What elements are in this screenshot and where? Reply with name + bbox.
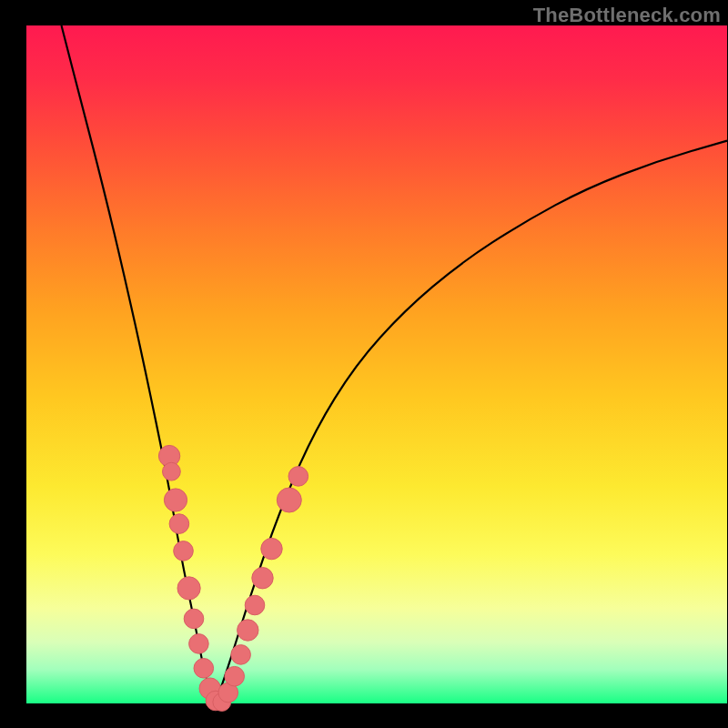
- data-marker: [225, 666, 245, 686]
- chart-svg: [0, 0, 728, 728]
- data-marker: [174, 541, 194, 561]
- data-marker: [177, 577, 200, 600]
- data-marker: [261, 538, 282, 559]
- data-marker: [164, 489, 187, 511]
- data-marker: [245, 595, 265, 615]
- data-marker: [184, 609, 204, 629]
- data-marker: [189, 634, 209, 654]
- data-marker: [238, 620, 258, 641]
- data-marker: [288, 467, 308, 487]
- data-marker: [231, 645, 251, 665]
- data-marker: [252, 568, 273, 589]
- chart-canvas: TheBottleneck.com: [0, 0, 728, 728]
- data-marker: [194, 659, 214, 679]
- bottleneck-curve: [62, 25, 728, 695]
- data-marker: [169, 514, 189, 534]
- data-marker: [163, 462, 181, 480]
- data-marker: [277, 488, 301, 512]
